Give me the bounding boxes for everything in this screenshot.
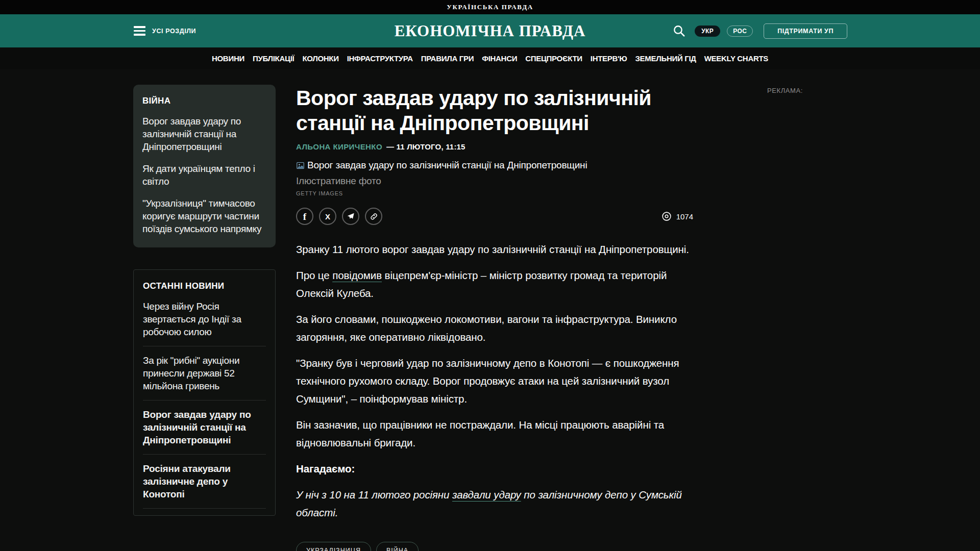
article-text: За його словами, пошкоджено локомотиви, … xyxy=(296,313,677,343)
latest-news-link[interactable]: Росіяни атакували залізничне депо у Коно… xyxy=(143,462,266,500)
lang-toggle-ros[interactable]: РОС xyxy=(727,26,753,37)
link-icon xyxy=(370,212,378,221)
nav-item[interactable]: WEEKLY CHARTS xyxy=(704,54,768,63)
latest-news-item: Через війну Росія звертається до Індії з… xyxy=(143,300,266,338)
nav-item[interactable]: СПЕЦПРОЄКТИ xyxy=(525,54,582,63)
tag-button[interactable]: ВІЙНА xyxy=(376,542,419,551)
header-actions: УКР РОС ПІДТРИМАТИ УП xyxy=(672,14,847,47)
latest-list: Через війну Росія звертається до Індії з… xyxy=(143,300,266,516)
share-row: f X 1074 xyxy=(296,208,693,225)
article-text: Зранку 11 лютого ворог завдав удару по з… xyxy=(296,243,689,255)
war-section-box: ВІЙНА Ворог завдав удару по залізничній … xyxy=(133,85,276,247)
article-paragraph: "Зранку був і черговий удар по залізничн… xyxy=(296,354,693,408)
site-header: УСІ РОЗДІЛИ ЕКОНОМІЧНА ПРАВДА УКР РОС ПІ… xyxy=(0,14,980,47)
tag-button[interactable]: УКРЗАЛІЗНИЦЯ xyxy=(296,542,371,551)
support-up-button[interactable]: ПІДТРИМАТИ УП xyxy=(764,23,847,39)
war-section-title: ВІЙНА xyxy=(142,96,266,106)
top-bar: УКРАЇНСЬКА ПРАВДА xyxy=(0,0,980,14)
nav-item[interactable]: КОЛОНКИ xyxy=(302,54,338,63)
latest-news-item: Росіяни атакували залізничне депо у Коно… xyxy=(143,454,266,500)
war-news-link[interactable]: Як дати українцям тепло і світло xyxy=(142,162,266,188)
article-paragraph: Він зазначив, що працівники не постражда… xyxy=(296,416,693,452)
x-twitter-icon: X xyxy=(325,213,330,220)
ekonomichna-pravda-logo[interactable]: ЕКОНОМІЧНА ПРАВДА xyxy=(395,22,586,40)
all-sections-label: УСІ РОЗДІЛИ xyxy=(152,28,196,35)
image-alt-text: Ворог завдав удару по залізничній станці… xyxy=(307,160,587,171)
latest-news-item: На Сумщині та Чернігівщини можливі точко… xyxy=(143,508,266,516)
article-title: Ворог завдав удару по залізничній станці… xyxy=(296,86,693,136)
image-caption: Ілюстративне фото xyxy=(296,176,693,187)
lang-toggle-ukr[interactable]: УКР xyxy=(695,26,720,37)
war-news-link[interactable]: "Укрзалізниця" тимчасово коригує маршрут… xyxy=(142,197,266,235)
article-paragraph: Про це повідомив віцепрем'єр-міністр – м… xyxy=(296,266,693,302)
facebook-icon: f xyxy=(303,212,306,221)
all-sections-menu[interactable]: УСІ РОЗДІЛИ xyxy=(134,14,196,47)
article-text: У ніч з 10 на 11 лютого росіяни xyxy=(296,489,452,500)
telegram-icon xyxy=(347,212,355,220)
article: Ворог завдав удару по залізничній станці… xyxy=(296,69,693,551)
share-telegram-button[interactable] xyxy=(342,208,359,225)
share-x-button[interactable]: X xyxy=(319,208,336,225)
hamburger-icon xyxy=(134,26,145,36)
nav-item[interactable]: ПРАВИЛА ГРИ xyxy=(421,54,474,63)
tag-list: УКРЗАЛІЗНИЦЯВІЙНА xyxy=(296,542,693,551)
article-body: Зранку 11 лютого ворог завдав удару по з… xyxy=(296,240,693,521)
view-counter: 1074 xyxy=(661,211,693,222)
broken-image-icon xyxy=(296,161,305,170)
publish-date: — 11 ЛЮТОГО, 11:15 xyxy=(386,142,465,151)
latest-news-link[interactable]: Через війну Росія звертається до Індії з… xyxy=(143,300,266,338)
ad-label: РЕКЛАМА: xyxy=(767,87,803,94)
nav-item[interactable]: ПУБЛІКАЦІЇ xyxy=(253,54,294,63)
views-icon xyxy=(661,211,672,222)
article-paragraph: За його словами, пошкоджено локомотиви, … xyxy=(296,310,693,346)
article-paragraph: У ніч з 10 на 11 лютого росіяни завдали … xyxy=(296,486,693,521)
latest-news-title: ОСТАННІ НОВИНИ xyxy=(143,281,266,291)
image-credit: GETTY IMAGES xyxy=(296,190,693,196)
main-nav: НОВИНИПУБЛІКАЦІЇКОЛОНКИІНФРАСТРУКТУРАПРА… xyxy=(0,47,980,69)
nav-item[interactable]: НОВИНИ xyxy=(212,54,244,63)
sidebar: ВІЙНА Ворог завдав удару по залізничній … xyxy=(133,85,276,516)
byline: АЛЬОНА КИРИЧЕНКО — 11 ЛЮТОГО, 11:15 xyxy=(296,142,693,151)
article-inline-link[interactable]: повідомив xyxy=(332,269,382,281)
latest-news-link[interactable]: Ворог завдав удару по залізничній станці… xyxy=(143,408,266,446)
war-news-link[interactable]: Ворог завдав удару по залізничній станці… xyxy=(142,115,266,153)
author-link[interactable]: АЛЬОНА КИРИЧЕНКО xyxy=(296,142,382,151)
latest-news-item: За рік "рибні" аукціони принесли державі… xyxy=(143,346,266,392)
nav-item[interactable]: ІНТЕРВ'Ю xyxy=(591,54,627,63)
article-text: Про це xyxy=(296,269,332,281)
latest-news-item: Ворог завдав удару по залізничній станці… xyxy=(143,400,266,446)
latest-news-link[interactable]: За рік "рибні" аукціони принесли державі… xyxy=(143,354,266,392)
copy-link-button[interactable] xyxy=(365,208,382,225)
war-list: Ворог завдав удару по залізничній станці… xyxy=(142,115,266,235)
view-count: 1074 xyxy=(676,212,693,221)
search-button[interactable] xyxy=(672,24,686,38)
nav-item[interactable]: ФІНАНСИ xyxy=(482,54,517,63)
article-text: Він зазначив, що працівники не постражда… xyxy=(296,419,664,448)
latest-news-box: ОСТАННІ НОВИНИ Через війну Росія звертає… xyxy=(133,269,276,516)
article-paragraph: Нагадаємо: xyxy=(296,460,693,478)
nav-item[interactable]: ЗЕМЕЛЬНИЙ ГІД xyxy=(635,54,696,63)
article-inline-link[interactable]: завдали удару xyxy=(452,489,521,500)
article-text: "Зранку був і черговий удар по залізничн… xyxy=(296,357,679,405)
share-facebook-button[interactable]: f xyxy=(296,208,313,225)
search-icon xyxy=(672,24,686,38)
nav-item[interactable]: ІНФРАСТРУКТУРА xyxy=(347,54,413,63)
article-text: Нагадаємо: xyxy=(296,463,355,474)
ukrainska-pravda-logo[interactable]: УКРАЇНСЬКА ПРАВДА xyxy=(447,3,533,11)
article-image-broken: Ворог завдав удару по залізничній станці… xyxy=(296,160,693,171)
article-paragraph: Зранку 11 лютого ворог завдав удару по з… xyxy=(296,240,693,258)
